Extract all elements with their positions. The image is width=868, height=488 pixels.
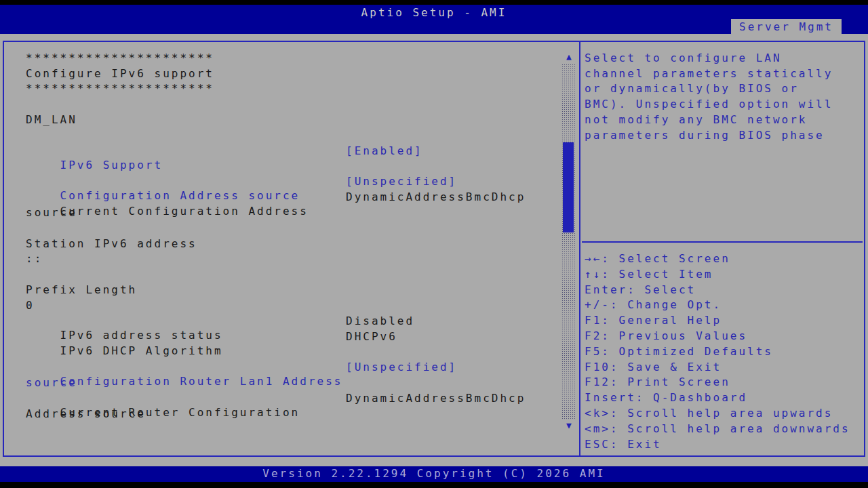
option-value: [Unspecified] <box>346 174 457 188</box>
page-title: Aptio Setup - AMI <box>0 6 868 19</box>
option-label: IPv6 Support <box>60 159 163 171</box>
info-value: Disabled <box>346 314 414 328</box>
info-station-ipv6-value: :: <box>26 251 561 266</box>
banner-text: ********************** <box>26 82 214 95</box>
hotkey-esc-exit: ESC: Exit <box>585 437 864 451</box>
hotkey-enter-select: Enter: Select <box>585 283 864 297</box>
help-text-line: Select to configure LAN <box>585 51 863 65</box>
info-current-router-configuration: Current Router Configuration DynamicAddr… <box>26 391 561 405</box>
info-station-ipv6-address: Station IPv6 address <box>26 237 561 251</box>
info-current-configuration-address: Current Configuration Address DynamicAdd… <box>26 190 561 204</box>
help-text-line: or dynamically(by BIOS or <box>585 81 863 96</box>
info-value: DHCPv6 <box>346 329 397 344</box>
info-ipv6-dhcp-algorithm: IPv6 DHCP Algorithm DHCPv6 <box>26 329 561 344</box>
hotkey-insert-q-dashboard: Insert: Q-Dashboard <box>585 390 864 405</box>
info-prefix-length-value: 0 <box>26 298 561 312</box>
hotkey-f2-previous-values: F2: Previous Values <box>585 329 864 343</box>
option-value: [Unspecified] <box>346 360 457 374</box>
tab-server-mgmt[interactable]: Server Mgmt <box>731 19 842 35</box>
option-label-wrap[interactable]: source <box>26 375 561 390</box>
option-ipv6-support[interactable]: IPv6 Support [Enabled] <box>26 144 561 158</box>
banner-asterisks-bottom: ********************** <box>26 81 561 96</box>
info-label: source <box>26 206 77 219</box>
hotkey-f1-general-help: F1: General Help <box>585 313 864 327</box>
info-value: DynamicAddressBmcDhcp <box>346 391 526 405</box>
help-text-line: BMC). Unspecified option will <box>585 97 863 111</box>
info-label: Prefix Length <box>26 283 137 296</box>
hotkey-scroll-help-up: <k>: Scroll help area upwards <box>585 406 864 420</box>
hotkey-select-item: ↑↓: Select Item <box>585 267 864 281</box>
hotkey-f12-print-screen: F12: Print Screen <box>585 375 864 389</box>
option-configuration-router-lan1-address-source[interactable]: Configuration Router Lan1 Address [Unspe… <box>26 360 561 374</box>
help-text-line: parameters during BIOS phase <box>585 128 863 142</box>
banner-asterisks-top: ********************** <box>26 51 561 65</box>
hotkey-f10-save-exit: F10: Save & Exit <box>585 360 864 374</box>
info-value: DynamicAddressBmcDhcp <box>346 190 526 204</box>
option-value: [Enabled] <box>346 144 423 158</box>
info-label-wrap: source <box>26 205 561 220</box>
scrollbar-thumb[interactable] <box>563 142 574 232</box>
banner-title: Configure IPv6 support <box>26 66 561 81</box>
section-text: DM_LAN <box>26 113 77 126</box>
help-divider <box>582 241 863 243</box>
info-label: Station IPv6 address <box>26 237 197 250</box>
hotkey-select-screen: →←: Select Screen <box>585 251 864 266</box>
help-text-line: channel parameters statically <box>585 66 863 81</box>
help-text-line: not modify any BMC network <box>585 113 863 127</box>
scroll-down-icon[interactable]: ▼ <box>561 420 576 431</box>
info-ipv6-address-status: IPv6 address status Disabled <box>26 314 561 328</box>
version-text: Version 2.22.1294 Copyright (C) 2026 AMI <box>0 467 868 480</box>
info-label: Address source <box>26 407 146 420</box>
info-value: :: <box>26 252 43 265</box>
info-prefix-length: Prefix Length <box>26 283 561 297</box>
banner-text: Configure IPv6 support <box>26 67 214 80</box>
info-label: IPv6 DHCP Algorithm <box>60 344 223 357</box>
banner-text: ********************** <box>26 52 214 64</box>
info-value: 0 <box>26 299 35 312</box>
hotkey-change-opt: +/-: Change Opt. <box>585 298 864 312</box>
info-label-wrap: Address source <box>26 407 561 421</box>
hotkey-f5-optimized-defaults: F5: Optimized Defaults <box>585 344 864 359</box>
option-label: source <box>26 376 77 389</box>
hotkey-scroll-help-down: <m>: Scroll help area downwards <box>585 422 864 436</box>
scrollbar-track[interactable] <box>561 64 575 419</box>
bios-setup-screen: Aptio Setup - AMI Server Mgmt **********… <box>0 0 868 488</box>
section-label-dm-lan: DM_LAN <box>26 113 561 127</box>
panel-divider <box>579 42 580 455</box>
option-configuration-address-source[interactable]: Configuration Address source [Unspecifie… <box>26 174 561 188</box>
scroll-up-icon[interactable]: ▲ <box>561 52 576 62</box>
